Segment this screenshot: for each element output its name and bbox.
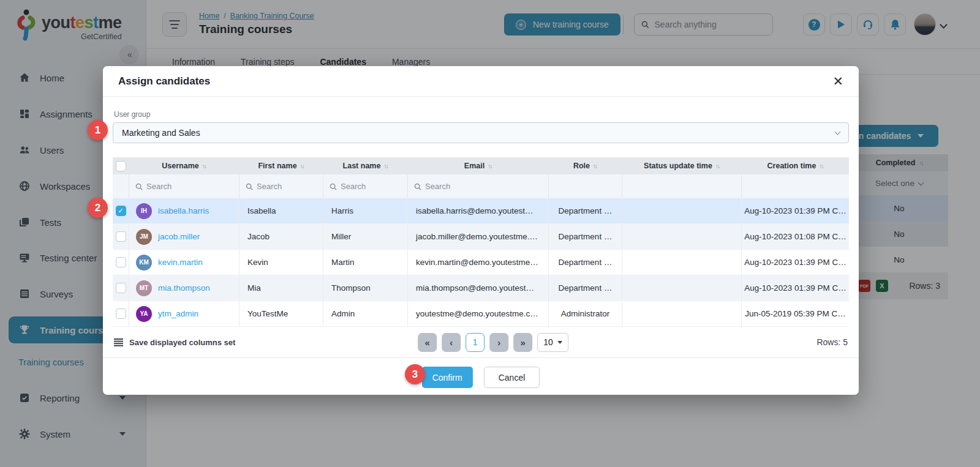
- sort-icon: ↑↓: [383, 163, 387, 170]
- table-row[interactable]: ✓ IHisabella.harris Isabella Harris isab…: [113, 198, 849, 224]
- assign-candidates-modal: Assign candidates ✕ User group Marketing…: [103, 66, 859, 395]
- filter-role-cell: [548, 174, 622, 198]
- modal-title: Assign candidates: [118, 75, 210, 88]
- avatar: YA: [136, 306, 152, 322]
- annotation-step-3: 3: [405, 364, 425, 384]
- username-link[interactable]: jacob.miller: [158, 232, 200, 241]
- search-last-name-input[interactable]: [341, 182, 407, 191]
- creation-time-cell: Aug-10-2023 01:39 PM C…: [741, 198, 849, 223]
- status-update-cell: [622, 275, 741, 301]
- column-header-first-name[interactable]: First name↑↓: [239, 157, 323, 174]
- last-name-cell: Martin: [323, 250, 407, 275]
- select-all-checkbox[interactable]: [116, 161, 126, 171]
- user-group-select[interactable]: Marketing and Sales: [113, 122, 849, 143]
- search-icon: [246, 183, 253, 190]
- role-cell: Department …: [548, 250, 622, 275]
- role-cell: Administrator: [548, 301, 622, 326]
- column-header-email[interactable]: Email↑↓: [407, 157, 548, 174]
- avatar: IH: [136, 203, 152, 219]
- sort-icon: ↑↓: [300, 163, 304, 170]
- first-name-cell: Jacob: [239, 224, 323, 249]
- creation-time-cell: Jun-05-2019 05:39 PM C…: [741, 301, 849, 326]
- row-checkbox[interactable]: [116, 257, 126, 267]
- search-email-input[interactable]: [425, 182, 539, 191]
- page-size-select[interactable]: 10: [537, 333, 568, 352]
- row-checkbox[interactable]: [116, 231, 126, 242]
- status-update-cell: [622, 301, 741, 326]
- role-cell: Department …: [548, 198, 622, 223]
- candidates-table: Username↑↓ First name↑↓ Last name↑↓ Emai…: [113, 157, 849, 357]
- email-cell: isabella.harris@demo.youtest…: [407, 198, 548, 223]
- cancel-button[interactable]: Cancel: [484, 367, 540, 388]
- status-update-cell: [622, 250, 741, 275]
- modal-actions: Confirm Cancel: [103, 357, 859, 388]
- row-checkbox-checked[interactable]: ✓: [116, 206, 126, 216]
- email-cell: jacob.miller@demo.youtestme.…: [407, 224, 548, 249]
- row-checkbox[interactable]: [116, 308, 126, 319]
- status-update-cell: [622, 224, 741, 249]
- first-page-button[interactable]: «: [418, 333, 437, 352]
- search-icon: [414, 183, 421, 190]
- first-name-cell: Isabella: [239, 198, 323, 223]
- column-header-status-update-time[interactable]: Status update time↑↓: [622, 157, 741, 174]
- email-cell: kevin.martin@demo.youtestme…: [407, 250, 548, 275]
- sort-icon: ↑↓: [488, 163, 491, 170]
- creation-time-cell: Aug-10-2023 01:08 PM C…: [741, 224, 849, 249]
- row-checkbox[interactable]: [116, 283, 126, 293]
- table-header-row: Username↑↓ First name↑↓ Last name↑↓ Emai…: [113, 157, 849, 174]
- avatar: MT: [136, 280, 152, 296]
- last-page-button[interactable]: »: [513, 333, 532, 352]
- sort-icon: ↑↓: [202, 163, 206, 170]
- first-name-cell: YouTestMe: [239, 301, 323, 326]
- user-group-value: Marketing and Sales: [122, 128, 200, 138]
- role-cell: Department …: [548, 224, 622, 249]
- filter-created-cell: [741, 174, 849, 198]
- search-icon: [330, 183, 337, 190]
- modal-body: User group Marketing and Sales Username↑…: [103, 97, 859, 357]
- save-columns-button[interactable]: Save displayed columns set: [114, 338, 235, 347]
- pagination: « ‹ 1 › » 10: [418, 333, 568, 352]
- username-link[interactable]: mia.thompson: [158, 283, 210, 293]
- column-header-creation-time[interactable]: Creation time↑↓: [741, 157, 849, 174]
- username-link[interactable]: isabella.harris: [158, 206, 209, 215]
- column-header-username[interactable]: Username↑↓: [129, 157, 239, 174]
- search-username-input[interactable]: [146, 182, 235, 191]
- modal-header: Assign candidates ✕: [103, 66, 859, 97]
- username-link[interactable]: ytm_admin: [158, 309, 198, 318]
- filter-status-cell: [622, 174, 741, 198]
- status-update-cell: [622, 198, 741, 223]
- last-name-cell: Harris: [323, 198, 407, 223]
- email-cell: mia.thompson@demo.youtest…: [407, 275, 548, 301]
- username-link[interactable]: kevin.martin: [158, 258, 203, 267]
- prev-page-button[interactable]: ‹: [442, 333, 461, 352]
- search-first-name-input[interactable]: [257, 182, 322, 191]
- user-group-label: User group: [114, 110, 849, 119]
- next-page-button[interactable]: ›: [489, 333, 508, 352]
- confirm-button[interactable]: Confirm: [422, 367, 473, 388]
- table-row[interactable]: YAytm_admin YouTestMe Admin youtestme@de…: [113, 301, 849, 327]
- table-row[interactable]: KMkevin.martin Kevin Martin kevin.martin…: [113, 250, 849, 275]
- chevron-down-icon: [835, 129, 841, 135]
- columns-icon: [114, 338, 123, 346]
- caret-down-icon: [557, 341, 562, 344]
- last-name-cell: Thompson: [323, 275, 407, 301]
- sort-icon: ↑↓: [593, 163, 597, 170]
- avatar: KM: [136, 255, 152, 271]
- last-name-cell: Admin: [323, 301, 407, 326]
- close-icon[interactable]: ✕: [832, 75, 843, 88]
- app-window: youtestme GetCertified « Home Assignment…: [0, 0, 980, 467]
- sort-icon: ↑↓: [819, 163, 823, 170]
- annotation-step-1: 1: [88, 120, 108, 140]
- current-page-button[interactable]: 1: [466, 333, 484, 352]
- table-search-row: [113, 174, 849, 198]
- column-header-last-name[interactable]: Last name↑↓: [323, 157, 407, 174]
- role-cell: Department …: [548, 275, 622, 301]
- table-row[interactable]: MTmia.thompson Mia Thompson mia.thompson…: [113, 275, 849, 301]
- table-row[interactable]: JMjacob.miller Jacob Miller jacob.miller…: [113, 224, 849, 250]
- annotation-step-2: 2: [88, 198, 108, 218]
- column-header-role[interactable]: Role↑↓: [548, 157, 622, 174]
- email-cell: youtestme@demo.youtestme.c…: [407, 301, 548, 326]
- search-icon: [135, 183, 143, 190]
- sort-icon: ↑↓: [715, 163, 719, 170]
- rows-count: Rows: 5: [816, 337, 848, 347]
